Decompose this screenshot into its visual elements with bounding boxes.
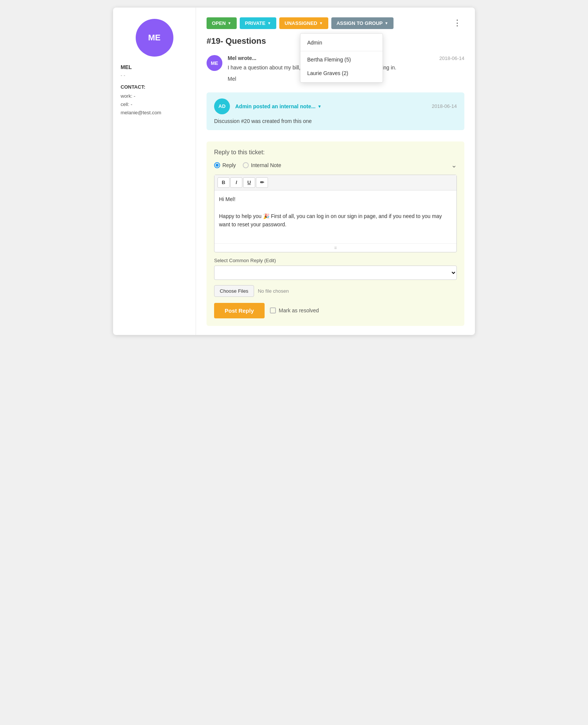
internal-note-text: Discussion #20 was created from this one [214,118,457,124]
dropdown-item-admin[interactable]: Admin [300,36,383,49]
reply-title: Reply to this ticket: [214,149,457,156]
assign-group-button[interactable]: ASSIGN TO GROUP ▼ [331,17,394,29]
file-no-chosen: No file chosen [258,288,289,294]
open-button[interactable]: OPEN ▼ [207,17,237,29]
file-input-row: Choose Files No file chosen [214,285,457,297]
tab-internal-note[interactable]: Internal Note [243,162,281,168]
underline-button[interactable]: U [243,177,255,188]
bold-button[interactable]: B [217,177,230,188]
tab-reply[interactable]: Reply [214,162,236,168]
sidebar-contact-info: work: - cell: - melanie@test.com [121,92,161,117]
post-reply-button[interactable]: Post Reply [214,303,265,318]
internal-note-caret-icon: ▼ [317,104,322,109]
sidebar-contact-label: CONTACT: [121,84,145,90]
assign-dropdown: Admin Bertha Fleming (5) Laurie Graves (… [300,33,383,83]
sidebar-email: melanie@test.com [121,110,161,115]
editor-container: B I U ✏ Hi Mel! Happy to help you 🎉 Firs… [214,175,457,252]
reply-chevron-icon[interactable]: ⌄ [451,161,457,169]
editor-line1: Hi Mel! [219,195,452,203]
common-reply-label: Select Common Reply (Edit) [214,258,457,263]
dropdown-divider [300,51,383,51]
more-options-button[interactable]: ⋮ [450,17,464,29]
main-content: OPEN ▼ PRIVATE ▼ UNASSIGNED ▼ ASSIGN TO … [196,8,475,335]
editor-toolbar: B I U ✏ [214,175,456,190]
internal-note-header: AD Admin posted an internal note... ▼ 20… [214,98,457,114]
reply-tabs: Reply Internal Note ⌄ [214,161,457,169]
unassigned-button[interactable]: UNASSIGNED ▼ [279,17,328,29]
mark-resolved-checkbox[interactable] [270,307,276,313]
dropdown-item-bertha[interactable]: Bertha Fleming (5) [300,53,383,66]
avatar: ME [136,19,173,57]
open-caret-icon: ▼ [228,21,231,25]
strike-button[interactable]: ✏ [256,177,268,188]
admin-avatar: AD [214,98,230,114]
internal-note-author: Admin posted an internal note... ▼ [235,103,322,109]
sidebar-dash: - - [121,72,125,78]
editor-resize-handle: ≡ [214,243,456,252]
unassigned-caret-icon: ▼ [319,21,323,25]
sidebar-name: MEL [121,64,132,70]
mel-date: 2018-06-14 [439,55,465,61]
internal-note-date: 2018-06-14 [432,103,457,109]
sidebar-cell: cell: - [121,101,132,107]
mel-author: Mel wrote... [228,55,256,61]
post-reply-row: Post Reply Mark as resolved [214,303,457,318]
dropdown-item-laurie[interactable]: Laurie Graves (2) [300,66,383,80]
mark-resolved-label: Mark as resolved [279,307,319,313]
private-caret-icon: ▼ [267,21,271,25]
private-button[interactable]: PRIVATE ▼ [240,17,276,29]
page-container: ME MEL - - CONTACT: work: - cell: - mela… [113,8,475,335]
editor-line2: Happy to help you 🎉 First of all, you ca… [219,212,452,229]
editor-content[interactable]: Hi Mel! Happy to help you 🎉 First of all… [214,190,456,243]
assign-group-caret-icon: ▼ [384,21,388,25]
more-icon: ⋮ [453,18,461,28]
sidebar-work: work: - [121,93,135,99]
mark-resolved-row[interactable]: Mark as resolved [270,307,319,313]
italic-button[interactable]: I [230,177,242,188]
reply-radio[interactable] [214,162,220,168]
common-reply-select[interactable] [214,266,457,280]
toolbar: OPEN ▼ PRIVATE ▼ UNASSIGNED ▼ ASSIGN TO … [207,17,464,29]
mel-avatar: ME [207,55,222,71]
internal-note-radio[interactable] [243,162,249,168]
choose-files-button[interactable]: Choose Files [214,285,254,297]
internal-note-block: AD Admin posted an internal note... ▼ 20… [207,92,464,130]
sidebar: ME MEL - - CONTACT: work: - cell: - mela… [113,8,196,335]
reply-section: Reply to this ticket: Reply Internal Not… [207,141,464,326]
